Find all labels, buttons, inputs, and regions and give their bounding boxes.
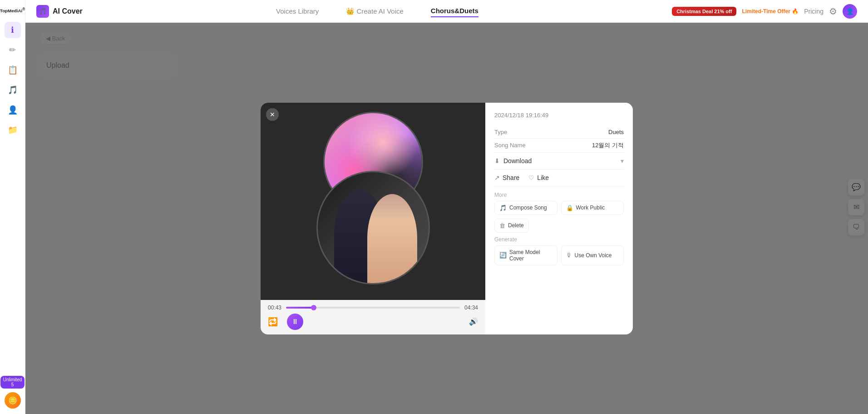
share-like-row: ↗ Share ♡ Like xyxy=(494,170,624,186)
work-public-button[interactable]: 🔒 Work Public xyxy=(561,201,624,215)
progress-fill xyxy=(286,307,314,309)
like-button[interactable]: ♡ Like xyxy=(528,174,549,181)
same-model-cover-button[interactable]: 🔄 Same Model Cover xyxy=(494,245,557,265)
settings-icon[interactable]: ⚙ xyxy=(829,6,837,17)
song-name-value: 12월의 기적 xyxy=(592,141,624,150)
controls-row: 🔁 ⏸ 🔊 xyxy=(268,314,478,330)
use-own-voice-button[interactable]: 🎙 Use Own Voice xyxy=(561,245,624,265)
time-row: 00:43 04:34 xyxy=(268,304,478,311)
share-icon: ↗ xyxy=(494,174,500,181)
work-public-label: Work Public xyxy=(576,205,605,211)
more-actions: 🎵 Compose Song 🔒 Work Public xyxy=(494,201,624,215)
media-panel: 00:43 04:34 🔁 ⏸ 🔊 xyxy=(261,103,485,334)
figure-female xyxy=(367,194,417,283)
delete-button[interactable]: 🗑 Delete xyxy=(494,219,529,233)
progress-track[interactable] xyxy=(286,307,460,309)
header-right: Christmas Deal 21% off Limited-Time Offe… xyxy=(672,4,857,19)
unlimited-badge: Unlimited 5 xyxy=(0,376,25,389)
sidebar-item-folder[interactable]: 📁 xyxy=(5,122,21,138)
player-bar: 00:43 04:34 🔁 ⏸ 🔊 xyxy=(261,300,485,334)
total-time: 04:34 xyxy=(464,304,478,311)
header: 🎵 AI Cover Voices Library 👑 Create AI Vo… xyxy=(25,0,868,23)
sidebar-bottom: Unlimited 5 🪙 xyxy=(0,376,25,409)
user-avatar[interactable]: 👤 xyxy=(843,4,857,19)
compose-song-icon: 🎵 xyxy=(499,205,507,211)
use-own-voice-icon: 🎙 xyxy=(566,252,572,259)
progress-thumb xyxy=(311,305,316,310)
sidebar-item-info[interactable]: ℹ xyxy=(5,22,21,38)
artwork-circle-bottom xyxy=(316,171,430,284)
current-time: 00:43 xyxy=(268,304,281,311)
pause-button[interactable]: ⏸ xyxy=(287,314,303,330)
repeat-button[interactable]: 🔁 xyxy=(268,317,278,327)
download-row[interactable]: ⬇ Download ▾ xyxy=(494,153,624,170)
nav-create-ai-voice[interactable]: 👑 Create AI Voice xyxy=(346,5,404,17)
info-panel: 2024/12/18 19:16:49 Type Duets Song Name… xyxy=(485,103,633,334)
work-public-icon: 🔒 xyxy=(566,205,573,211)
sidebar: TopMediAi® ℹ ✏ 📋 🎵 👤 📁 Unlimited 5 🪙 xyxy=(0,0,25,414)
coin-button[interactable]: 🪙 xyxy=(5,392,21,409)
app-logo: TopMediAi® xyxy=(0,7,25,13)
song-modal: ✕ 00:43 xyxy=(261,103,633,334)
delete-label: Delete xyxy=(508,222,524,229)
nav-chorus-duets[interactable]: Chorus&Duets xyxy=(431,5,478,17)
volume-button[interactable]: 🔊 xyxy=(469,317,478,326)
sidebar-item-list[interactable]: 📋 xyxy=(5,62,21,78)
compose-song-button[interactable]: 🎵 Compose Song xyxy=(494,201,557,215)
close-button[interactable]: ✕ xyxy=(266,108,279,121)
generate-section-title: Generate xyxy=(494,236,624,243)
main-content: ◀ Back Upload ✕ xyxy=(25,23,868,414)
like-label: Like xyxy=(537,174,549,181)
generate-actions: 🔄 Same Model Cover 🎙 Use Own Voice xyxy=(494,245,624,265)
type-value: Duets xyxy=(608,129,624,135)
share-button[interactable]: ↗ Share xyxy=(494,174,519,181)
limited-offer-button[interactable]: Limited-Time Offer 🔥 xyxy=(742,8,799,15)
share-label: Share xyxy=(503,174,519,181)
sidebar-item-user[interactable]: 👤 xyxy=(5,102,21,118)
type-row: Type Duets xyxy=(494,126,624,139)
header-nav: Voices Library 👑 Create AI Voice Chorus&… xyxy=(90,5,665,17)
header-brand: 🎵 AI Cover xyxy=(36,5,83,18)
use-own-voice-label: Use Own Voice xyxy=(575,252,612,259)
more-section-title: More xyxy=(494,192,624,198)
compose-song-label: Compose Song xyxy=(509,205,547,211)
type-label: Type xyxy=(494,129,507,135)
download-chevron-icon: ▾ xyxy=(621,157,624,165)
song-name-row: Song Name 12월의 기적 xyxy=(494,139,624,153)
timestamp: 2024/12/18 19:16:49 xyxy=(494,112,624,119)
same-model-cover-label: Same Model Cover xyxy=(509,249,552,262)
download-icon: ⬇ xyxy=(494,157,500,165)
download-label: Download xyxy=(503,157,532,165)
sidebar-item-edit[interactable]: ✏ xyxy=(5,42,21,58)
same-model-cover-icon: 🔄 xyxy=(499,252,507,259)
artwork-area xyxy=(261,103,485,300)
modal-overlay[interactable]: ✕ 00:43 xyxy=(25,23,868,414)
like-icon: ♡ xyxy=(528,174,534,181)
brand-icon: 🎵 xyxy=(36,5,49,18)
promo-button[interactable]: Christmas Deal 21% off xyxy=(672,7,736,16)
sidebar-item-music[interactable]: 🎵 xyxy=(5,82,21,98)
nav-voices-library[interactable]: Voices Library xyxy=(276,5,319,17)
delete-icon: 🗑 xyxy=(499,222,505,229)
song-name-label: Song Name xyxy=(494,142,526,149)
pricing-button[interactable]: Pricing xyxy=(804,8,824,15)
